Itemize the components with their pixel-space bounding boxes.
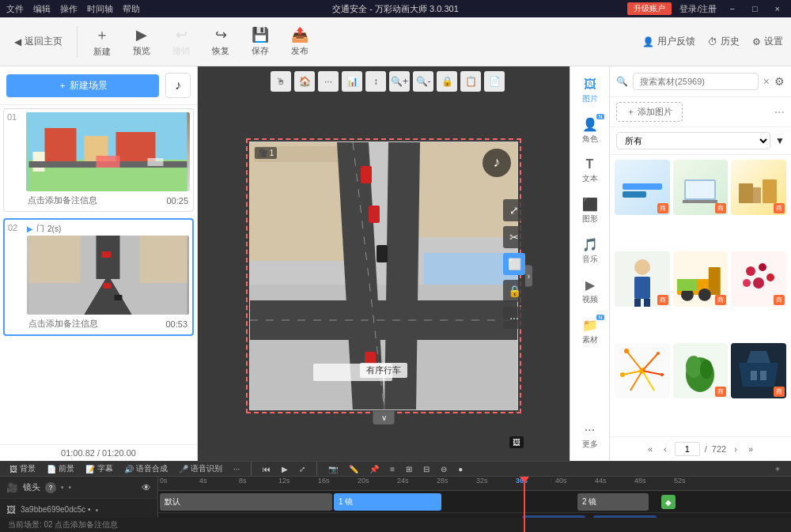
tl-align-btn[interactable]: ≡ [387,463,398,475]
clip-green-marker[interactable]: ◆ [661,495,676,509]
canvas-text-overlay: 有序行车 [360,363,407,378]
menu-timeline[interactable]: 时间轴 [87,3,113,15]
tl-fullscreen-button[interactable]: ⤢ [296,463,308,475]
tl-voice-recog-button[interactable]: 🎤 语音识别 [176,462,225,476]
tl-fg-button[interactable]: 📄 前景 [44,462,78,476]
menu-edit[interactable]: 编辑 [33,3,51,15]
search-input[interactable] [633,73,759,90]
music-button[interactable]: ♪ [165,73,191,98]
new-button[interactable]: ＋ 新建 [85,22,119,61]
login-button[interactable]: 登录/注册 [679,3,717,15]
canvas-tool-more[interactable]: ··· [318,71,339,92]
scene-item-1[interactable]: 01 [3,108,194,212]
tab-text[interactable]: T 文本 [573,153,607,189]
upgrade-button[interactable]: 升级账户 [627,2,672,15]
asset-item-6[interactable]: 商 [731,251,786,307]
page-input[interactable] [675,442,700,456]
svg-point-54 [753,277,764,289]
tl-more-button[interactable]: ··· [230,463,243,475]
asset-item-3[interactable]: 商 [731,160,786,215]
history-button[interactable]: ⏱ 历史 [708,35,740,48]
asset-item-1[interactable]: 商 [615,160,670,215]
asset-item-8[interactable]: 商 [673,343,729,398]
undo-button[interactable]: ↩ 撤销 [165,23,198,60]
panel-more-button[interactable]: ··· [774,105,785,119]
page-next-button[interactable]: › [731,443,740,455]
new-scene-button[interactable]: ＋ 新建场景 [6,74,159,97]
page-first-button[interactable]: « [645,443,656,455]
tl-bg-button[interactable]: 🖼 背景 [6,462,39,476]
publish-button[interactable]: 📤 发布 [283,23,316,60]
tl-camera-btn[interactable]: 📷 [325,463,341,475]
filter-select[interactable]: 所有 [616,132,770,149]
canvas-layer[interactable]: ⬜ [503,253,525,275]
menu-operation[interactable]: 操作 [60,3,78,15]
filter-icon[interactable]: ⚙ [774,75,785,88]
tab-video[interactable]: ▶ 视频 [573,273,607,310]
menu-file[interactable]: 文件 [6,3,24,15]
tl-add-button[interactable]: ＋ [770,462,785,476]
canvas-tool-zoom-in[interactable]: 🔍+ [389,71,410,92]
settings-button[interactable]: ⚙ 设置 [752,35,783,48]
clip-1-mirror[interactable]: 1 镜 [334,493,441,511]
canvas-content[interactable]: 有序行车 🎥 1 ♪ [249,141,518,410]
canvas-lock-tool[interactable]: 🔒 [503,280,525,302]
camera-eye-icon[interactable]: 👁 [142,482,151,493]
tab-image[interactable]: 🖼 图片 [573,73,607,109]
tab-more[interactable]: ··· 更多 [573,418,607,455]
back-button[interactable]: ◀ 返回主页 [8,32,69,51]
tl-rewind-button[interactable]: ⏮ [259,463,274,475]
tl-edit-btn[interactable]: ✏️ [346,463,361,475]
asset-item-2[interactable]: 商 [673,160,729,215]
canvas-crop[interactable]: ✂ [503,226,525,248]
clip-default[interactable]: 默认 [160,493,332,511]
canvas-tool-copy[interactable]: 📋 [460,71,481,92]
clip-2-mirror[interactable]: 2 镜 [577,493,649,511]
canvas-tool-cursor[interactable]: 🖱 [271,71,291,92]
main-content: ＋ 新建场景 ♪ 01 [0,66,791,461]
close-search-icon[interactable]: × [763,75,770,88]
add-image-button[interactable]: ＋ 添加图片 [616,102,683,122]
win-close[interactable]: × [770,4,785,13]
bottom-expand-button[interactable]: ∨ [373,411,395,424]
canvas-tool-resize[interactable]: ↕ [365,71,386,92]
asset-item-9[interactable]: 商 [731,343,786,398]
tl-grid-btn[interactable]: ⊞ [403,463,415,475]
save-button[interactable]: 💾 保存 [244,23,277,60]
tab-shape[interactable]: ⬛ 图形 [573,192,607,229]
win-maximize[interactable]: □ [747,4,763,13]
camera-help-icon[interactable]: ? [45,482,56,493]
redo-button[interactable]: ↪ 恢复 [204,23,237,60]
asset-item-5[interactable]: 商 [673,251,729,307]
tl-pin-btn[interactable]: 📌 [366,463,382,475]
page-prev-button[interactable]: ‹ [660,443,670,455]
feedback-button[interactable]: 👤 用户反馈 [642,35,695,48]
canvas-tool-home[interactable]: 🏠 [294,71,315,92]
tl-play-button[interactable]: ▶ [278,463,291,475]
side-expand-button[interactable]: › [525,265,532,286]
tab-character[interactable]: 👤 角色 N [573,112,607,149]
canvas-tool-zoom-out[interactable]: 🔍- [413,71,433,92]
tl-grid2-btn[interactable]: ⊟ [420,463,433,475]
scene-item-2[interactable]: 02 ▶ 门 2(s) [3,218,194,336]
menu-help[interactable]: 帮助 [123,3,140,15]
preview-button[interactable]: ▶ 预览 [125,23,158,60]
svg-rect-47 [708,267,720,295]
tl-voice-synth-label: 语音合成 [136,463,168,474]
tl-voice-synth-button[interactable]: 🔊 语音合成 [121,462,171,476]
tl-subtitle-button[interactable]: 📝 字幕 [82,462,116,476]
canvas-fullscreen[interactable]: ⤢ [503,199,525,221]
win-minimize[interactable]: − [725,4,739,13]
canvas-tool-chart[interactable]: 📊 [342,71,362,92]
page-last-button[interactable]: » [745,443,756,455]
asset-item-7[interactable] [615,343,670,398]
canvas-more-tool[interactable]: ··· [503,307,525,329]
asset-item-4[interactable]: 商 [615,251,670,307]
tab-music[interactable]: 🎵 音乐 [573,232,607,270]
tl-minus-btn[interactable]: ⊖ [437,463,450,475]
canvas-music-button[interactable]: ♪ [483,149,511,177]
tl-dot-btn[interactable]: ● [455,463,466,475]
canvas-tool-paste[interactable]: 📄 [484,71,505,92]
tab-material[interactable]: 📁 素材 N [573,313,607,350]
canvas-tool-lock[interactable]: 🔒 [437,71,457,92]
